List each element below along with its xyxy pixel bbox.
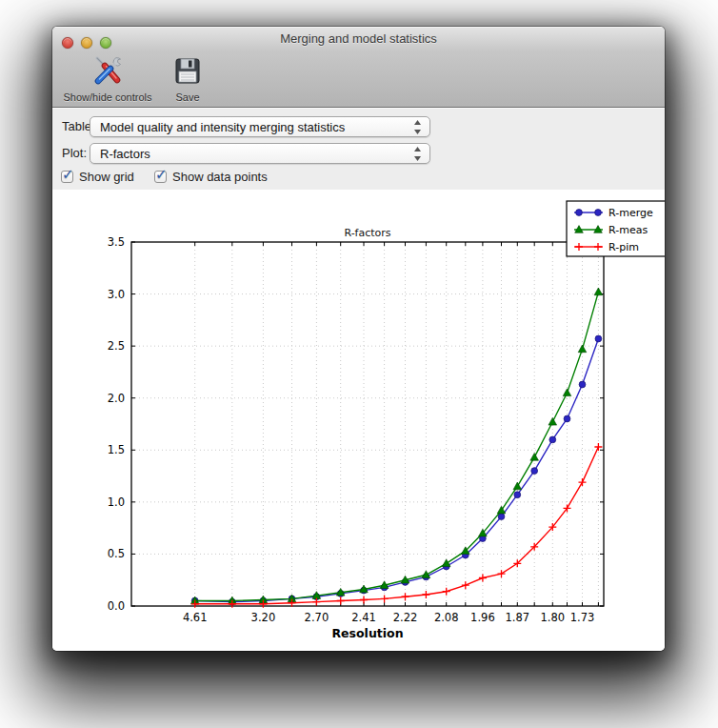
screenshot-canvas: { "window": { "title": "Merging and mode… (0, 0, 718, 728)
show-grid-checkbox[interactable]: ✓ (61, 171, 73, 183)
window-title: Merging and model statistics (52, 31, 665, 46)
x-tick-label: 1.80 (540, 611, 565, 624)
x-tick-label: 2.22 (393, 611, 418, 624)
checkmark-icon: ✓ (62, 166, 74, 183)
legend-label: R-meas (608, 224, 648, 236)
save-icon (165, 55, 210, 90)
x-tick-label: 4.61 (183, 611, 208, 624)
plot-label: Plot: (62, 146, 87, 160)
x-tick-label: 1.87 (505, 611, 529, 624)
x-tick-label: 2.70 (305, 611, 329, 624)
popup-arrows-icon (413, 119, 422, 135)
show-hide-controls-label: Show/hide controls (54, 91, 161, 103)
y-tick-label: 3.5 (108, 235, 125, 249)
show-data-points-label: Show data points (172, 170, 268, 184)
series-markers-R-merge (191, 335, 602, 605)
y-tick-label: 2.0 (108, 392, 125, 405)
title-bar[interactable]: Merging and model statistics (52, 27, 665, 51)
x-tick-label: 1.96 (470, 611, 495, 624)
legend-label: R-merge (608, 207, 653, 219)
show-data-points-checkbox[interactable]: ✓ (154, 171, 167, 183)
series-markers-R-pim (191, 443, 603, 608)
plot-dropdown[interactable]: R-factors (90, 143, 430, 164)
x-tick-label: 2.08 (434, 611, 459, 624)
y-tick-label: 3.0 (108, 288, 125, 301)
y-tick-label: 0.0 (108, 599, 125, 613)
x-tick-label: 2.41 (351, 611, 376, 624)
checkmark-icon: ✓ (155, 166, 168, 183)
y-tick-label: 1.5 (108, 443, 125, 456)
table-dropdown[interactable]: Model quality and intensity merging stat… (90, 116, 430, 137)
x-tick-label: 3.20 (251, 611, 276, 624)
x-tick-label: 1.73 (570, 611, 595, 624)
tools-icon (54, 55, 161, 90)
y-tick-label: 1.0 (108, 495, 125, 509)
table-dropdown-value: Model quality and intensity merging stat… (100, 120, 345, 134)
chart-legend: R-mergeR-measR-pim (567, 201, 665, 256)
y-tick-label: 0.5 (108, 547, 125, 560)
axes-frame (131, 242, 604, 606)
controls-panel: Table: Model quality and intensity mergi… (52, 108, 665, 191)
popup-arrows-icon (413, 146, 422, 162)
save-label: Save (165, 91, 210, 103)
chart-title: R-factors (344, 227, 390, 239)
show-grid-label: Show grid (79, 170, 134, 184)
series-line-R-meas (195, 292, 599, 600)
legend-label: R-pim (608, 241, 639, 253)
y-tick-label: 2.5 (108, 339, 125, 353)
x-axis-label: Resolution (331, 626, 403, 640)
plot-dropdown-value: R-factors (100, 147, 150, 161)
app-window: Merging and model statistics (52, 27, 665, 651)
window-header: Merging and model statistics (52, 27, 665, 108)
plot-area: 0.00.51.01.52.02.53.03.54.613.202.702.41… (52, 190, 665, 651)
r-factors-chart: 0.00.51.01.52.02.53.03.54.613.202.702.41… (52, 190, 665, 651)
show-hide-controls-button[interactable]: Show/hide controls (54, 55, 161, 103)
save-button[interactable]: Save (165, 55, 210, 103)
